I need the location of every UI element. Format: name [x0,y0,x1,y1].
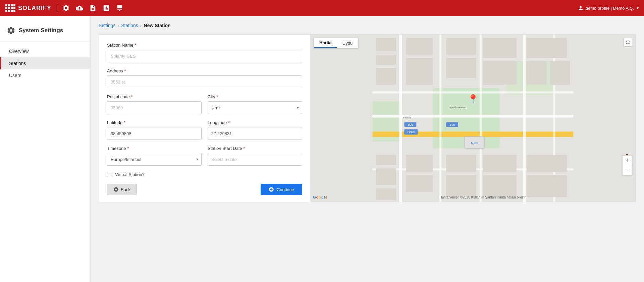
svg-rect-9 [439,35,441,202]
svg-rect-4 [373,131,574,137]
nav-icons [62,4,123,12]
longitude-input[interactable] [208,127,302,140]
svg-rect-22 [376,155,396,165]
svg-rect-31 [446,155,476,172]
svg-rect-36 [483,175,517,197]
svg-rect-10 [480,35,482,202]
back-icon [113,187,119,192]
map-panel: D300 E96 E96 [310,35,636,202]
settings-icon[interactable] [62,4,70,12]
continue-button-label: Continue [277,187,294,192]
svg-rect-25 [406,38,433,55]
fullscreen-icon [625,40,631,45]
map-tabs: Harita Uydu [314,38,358,48]
breadcrumb-stations[interactable]: Stations [121,23,138,28]
logo-text: SOLARIFY [18,5,51,12]
start-date-input[interactable] [208,153,302,166]
map-location-marker[interactable]: 📍 [467,94,479,105]
virtual-station-checkbox[interactable] [107,172,112,177]
svg-rect-35 [483,155,517,172]
zoom-in-button[interactable]: + [623,156,632,165]
map-tab-harita[interactable]: Harita [314,38,337,48]
system-settings-icon [7,26,15,35]
timezone-select[interactable]: Europe/Istanbul UTC Europe/London Americ… [107,153,202,166]
latitude-group: Latitude * [107,120,202,146]
station-name-required: * [135,43,136,48]
postal-city-row: Postal code * City * [107,94,302,120]
timezone-label: Timezone * [107,146,202,151]
breadcrumb-settings[interactable]: Settings [99,23,116,28]
svg-rect-34 [483,61,517,85]
sidebar: System Settings Overview Stations Users [0,16,91,282]
form-actions: Back Continue [107,184,302,195]
monitor-icon[interactable] [116,4,123,12]
virtual-station-label[interactable]: Virtual Station? [115,172,145,177]
cloud-upload-icon[interactable] [76,4,83,12]
virtual-station-row: Virtual Station? [107,172,302,177]
form-panel: Station Name * Address * [99,35,310,202]
address-group: Address * [107,68,302,88]
chart-icon[interactable] [103,4,110,12]
lat-lon-row: Latitude * Longitude * [107,120,302,146]
svg-rect-27 [406,155,433,172]
svg-rect-29 [446,38,476,55]
zoom-out-button[interactable]: − [623,165,632,175]
svg-rect-28 [406,175,433,192]
sidebar-item-stations[interactable]: Stations [0,57,90,69]
continue-icon [269,187,274,192]
svg-text:Ege Üniversitesi: Ege Üniversitesi [449,106,467,109]
user-dropdown-arrow[interactable]: ▾ [637,6,639,10]
content-area: Station Name * Address * [99,34,636,202]
start-date-label: Station Start Date * [208,146,302,151]
address-label: Address * [107,68,302,73]
back-button-label: Back [121,187,130,192]
map-tab-uydu[interactable]: Uydu [337,38,358,48]
sidebar-title: System Settings [19,27,63,34]
svg-rect-41 [527,175,567,197]
google-logo: G o o g l e [313,195,327,199]
logo-grid-icon [5,4,15,12]
latitude-input[interactable] [107,127,202,140]
map-background: D300 E96 E96 [310,35,636,202]
sidebar-item-overview[interactable]: Overview [0,45,90,57]
svg-rect-39 [550,61,570,85]
svg-text:Metro: Metro [471,142,478,145]
city-group: City * İzmir İstanbul Ankara Bursa Antal… [208,94,302,120]
station-name-group: Station Name * [107,43,302,62]
postal-code-input[interactable] [107,101,202,114]
svg-rect-20 [376,55,396,65]
user-label: demo profile | Demo A.Ş. [586,6,634,11]
svg-text:D300: D300 [408,130,415,134]
top-navigation: SOLARIFY demo profile | Demo A.Ş. ▾ [0,0,644,16]
station-name-input[interactable] [107,50,302,62]
map-zoom-controls: + − [622,155,632,175]
svg-rect-6 [373,92,574,94]
svg-rect-19 [376,38,396,51]
station-name-label: Station Name * [107,43,302,48]
svg-text:E96: E96 [408,123,413,126]
svg-rect-40 [527,155,567,172]
sidebar-item-users[interactable]: Users [0,69,90,81]
city-select-wrapper: İzmir İstanbul Ankara Bursa Antalya ▾ [208,101,302,114]
breadcrumb-sep-2: › [140,23,142,28]
svg-rect-8 [399,35,402,202]
main-content: Settings › Stations › New Station Statio… [91,16,644,282]
svg-rect-38 [527,61,547,85]
user-profile[interactable]: demo profile | Demo A.Ş. ▾ [578,5,639,11]
nav-divider [57,3,57,13]
timezone-select-wrapper: Europe/Istanbul UTC Europe/London Americ… [107,153,202,166]
document-icon[interactable] [89,4,97,12]
map-fullscreen-button[interactable] [624,38,632,47]
svg-rect-11 [523,35,526,202]
address-input[interactable] [107,75,302,88]
breadcrumb-sep-1: › [118,23,119,28]
user-icon [578,5,584,11]
breadcrumb-current: New Station [144,23,171,28]
latitude-label: Latitude * [107,120,202,125]
svg-rect-32 [446,175,476,197]
back-button[interactable]: Back [107,184,137,195]
map-footer-text: Harita verileri ©2020 Kullanım Şartları … [330,195,636,199]
logo: SOLARIFY [5,4,51,12]
city-select[interactable]: İzmir İstanbul Ankara Bursa Antalya [208,101,302,114]
continue-button[interactable]: Continue [261,184,302,195]
